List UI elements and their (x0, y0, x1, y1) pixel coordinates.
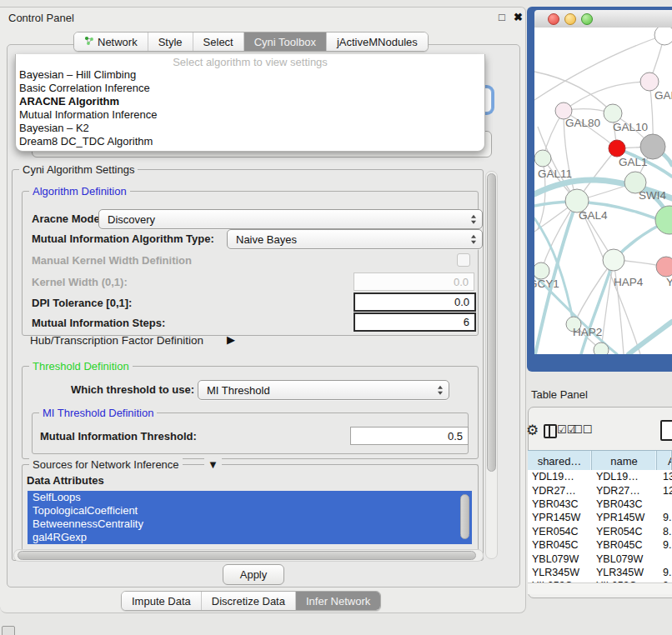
network-node-label: GAL10 (613, 121, 648, 133)
dropdown-item[interactable]: Bayesian – Hill Climbing (19, 68, 136, 81)
table-row[interactable]: YBR045CYBR045C9. (528, 538, 672, 552)
network-node[interactable] (654, 28, 672, 45)
network-node[interactable] (594, 342, 609, 354)
network-node[interactable] (655, 206, 672, 234)
zoom-window-icon[interactable] (581, 13, 593, 25)
which-threshold-label: Which threshold to use: (71, 383, 194, 396)
tab-label: Cyni Toolbox (254, 36, 316, 48)
dropdown-item-selected[interactable]: ARACNE Algorithm (19, 95, 119, 108)
list-item[interactable]: BetweennessCentrality (28, 518, 472, 531)
network-node[interactable] (656, 257, 672, 277)
gear-icon[interactable]: ⚙ (526, 422, 539, 439)
tab-label: Network (98, 36, 138, 48)
column-header-shared-name[interactable]: shared… (528, 451, 592, 471)
mi-steps-field[interactable]: 6 (354, 312, 476, 332)
settings-vertical-scrollbar[interactable] (485, 171, 498, 559)
tab-label: jActiveMNodules (337, 36, 418, 48)
table-row[interactable]: YBR043CYBR043C (528, 498, 672, 511)
mi-type-combobox[interactable]: Naive Bayes (227, 229, 483, 249)
dropdown-item[interactable]: Mutual Information Inference (19, 108, 157, 121)
control-panel-title: Control Panel (8, 12, 74, 24)
tab-style[interactable]: Style (148, 32, 193, 51)
mi-type-value: Naive Bayes (236, 233, 297, 246)
algorithm-dropdown-list: Select algorithm to view settings Bayesi… (15, 54, 485, 152)
network-node-label: GAL80 (565, 117, 600, 129)
table-row[interactable]: YPR145WYPR145W9. (528, 511, 672, 524)
float-panel-icon[interactable]: □ (499, 11, 505, 23)
tab-discretize-data[interactable]: Discretize Data (201, 592, 295, 610)
settings-vertical-scrollbar-thumb[interactable] (487, 173, 496, 472)
dpi-tolerance-field[interactable]: 0.0 (354, 292, 476, 312)
list-item[interactable]: SelfLoops (28, 491, 472, 504)
list-item[interactable]: TopologicalCoefficient (28, 504, 472, 518)
network-node-label: GAL1 (619, 156, 648, 168)
network-canvas[interactable]: GALGAL80GAL10GAL1GAL11SWI4GAL4GCY1HAP4YH… (534, 28, 672, 354)
list-scrollbar-thumb[interactable] (460, 494, 469, 539)
group-title: MI Threshold Definition (39, 407, 157, 419)
settings-horizontal-scrollbar-thumb[interactable] (18, 551, 476, 560)
network-graph[interactable]: GALGAL80GAL10GAL1GAL11SWI4GAL4GCY1HAP4YH… (534, 28, 672, 354)
network-node[interactable] (609, 140, 625, 157)
deselect-all-rows-icon[interactable]: ☐☐ (573, 423, 592, 436)
tab-impute-data[interactable]: Impute Data (122, 592, 201, 610)
stepper-arrows-icon (438, 386, 443, 395)
tab-cyni-toolbox[interactable]: Cyni Toolbox (243, 32, 326, 51)
network-node[interactable] (534, 150, 551, 167)
mi-threshold-field[interactable]: 0.5 (350, 427, 469, 445)
data-attributes-label: Data Attributes (27, 474, 104, 487)
network-node[interactable] (534, 262, 549, 279)
which-threshold-combobox[interactable]: MI Threshold (198, 380, 449, 400)
tab-network[interactable]: Network (74, 32, 148, 51)
dropdown-item[interactable]: Bayesian – K2 (19, 122, 89, 134)
tab-infer-network[interactable]: Infer Network (295, 592, 380, 610)
column-header-name[interactable]: name (592, 451, 657, 471)
manual-kernel-checkbox[interactable] (457, 253, 470, 267)
table-row[interactable]: YDL19…YDL19…13 (528, 470, 672, 483)
network-edge[interactable] (601, 260, 614, 350)
collapsed-panel-icon[interactable] (2, 626, 15, 635)
network-node[interactable] (640, 72, 659, 91)
network-edge[interactable] (581, 260, 614, 354)
dropdown-item[interactable]: Basic Correlation Inference (19, 82, 150, 94)
tab-label: Style (158, 36, 183, 48)
hub-expand-arrow-icon[interactable]: ▶ (227, 333, 235, 346)
aracne-mode-combobox[interactable]: Discovery (98, 209, 483, 229)
tab-label: Impute Data (132, 595, 191, 608)
settings-horizontal-scrollbar[interactable] (13, 549, 484, 562)
network-edge[interactable] (614, 260, 624, 354)
list-item[interactable]: gal4RGexp (28, 531, 472, 544)
application-root: Control Panel □ ✖ Network Style Select C… (0, 0, 672, 635)
minimize-window-icon[interactable] (564, 13, 576, 25)
file-export-icon[interactable] (660, 420, 672, 441)
kernel-width-field[interactable]: 0.0 (354, 272, 474, 291)
apply-button[interactable]: Apply (223, 564, 284, 585)
close-window-icon[interactable] (548, 13, 559, 25)
table-body[interactable]: YDL19…YDL19…13 YDR27…YDR27…12 YBR043CYBR… (528, 470, 672, 593)
sources-collapse-arrow-icon[interactable]: ▼ (204, 458, 222, 471)
network-node[interactable] (604, 104, 622, 122)
mi-steps-label: Mutual Information Steps: (32, 317, 165, 329)
table-row[interactable]: YDR27…YDR27…12 (528, 483, 672, 497)
network-node-label: GAL4 (579, 209, 608, 222)
table-row[interactable]: YBL079WYBL079W (528, 552, 672, 565)
network-node-label: HAP2 (573, 326, 602, 338)
table-horizontal-scrollbar[interactable] (528, 582, 672, 594)
close-panel-icon[interactable]: ✖ (514, 11, 523, 23)
table-row[interactable]: YER054CYER054C8. (528, 525, 672, 538)
group-title: Sources for Network Inference (29, 458, 183, 471)
network-node-label: SWI4 (639, 189, 666, 202)
stepper-arrows-icon (471, 215, 476, 224)
tab-label: Discretize Data (212, 595, 285, 608)
stepper-arrows-icon (471, 235, 476, 244)
tab-jactivemnodules[interactable]: jActiveMNodules (326, 32, 428, 51)
hub-definition-label: Hub/Transcription Factor Definition (30, 334, 203, 347)
table-row[interactable]: YLR345WYLR345W9. (528, 566, 672, 579)
column-header-partial[interactable]: A (657, 451, 672, 471)
table-panel-title: Table Panel (531, 388, 588, 401)
network-node[interactable] (603, 249, 624, 271)
tab-select[interactable]: Select (193, 32, 243, 51)
manual-kernel-label: Manual Kernel Width Definition (32, 254, 192, 267)
dropdown-item[interactable]: Dream8 DC_TDC Algorithm (19, 135, 153, 148)
split-columns-icon[interactable] (544, 424, 557, 438)
which-threshold-value: MI Threshold (207, 384, 270, 397)
